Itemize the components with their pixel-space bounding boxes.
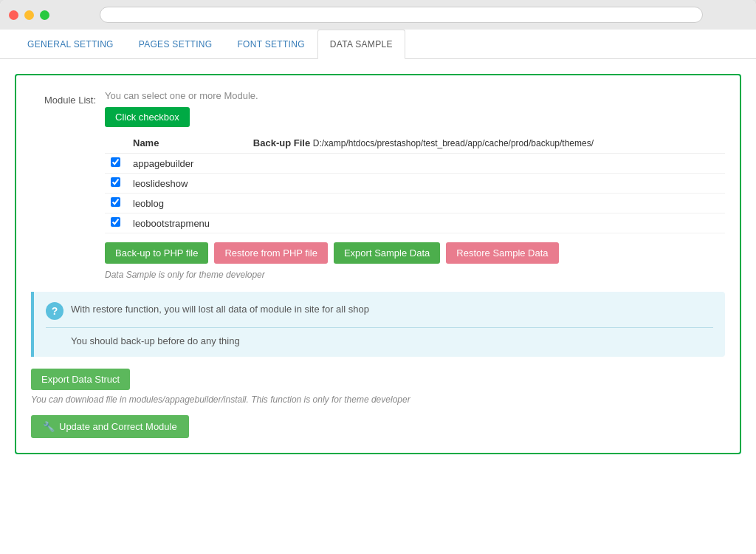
update-module-label: Update and Correct Module (59, 421, 177, 432)
tab-bar: GENERAL SETTING PAGES SETTING FONT SETTI… (0, 30, 756, 59)
table-row: appagebuilder (105, 154, 725, 174)
tab-general-setting[interactable]: GENERAL SETTING (15, 30, 126, 59)
titlebar (0, 0, 756, 30)
export-sample-button[interactable]: Export Sample Data (334, 242, 440, 264)
info-main-text: With restore function, you will lost all… (71, 302, 369, 317)
restore-sample-button[interactable]: Restore Sample Data (446, 242, 558, 264)
app-window: GENERAL SETTING PAGES SETTING FONT SETTI… (0, 0, 756, 554)
maximize-button[interactable] (40, 10, 49, 20)
table-row: leobootstrapmenu (105, 213, 725, 233)
action-buttons: Back-up to PHP file Restore from PHP fil… (105, 242, 725, 264)
content-area: GENERAL SETTING PAGES SETTING FONT SETTI… (0, 30, 756, 554)
update-correct-module-button[interactable]: 🔧 Update and Correct Module (31, 415, 189, 438)
module-list-content: You can select one or more Module. Click… (105, 90, 725, 280)
col-backup-header: Back-up File D:/xamp/htdocs/prestashop/t… (247, 133, 725, 154)
click-checkbox-button[interactable]: Click checkbox (105, 107, 190, 127)
restore-php-button[interactable]: Restore from PHP file (214, 242, 327, 264)
module-list-label: Module List: (31, 90, 105, 106)
module-table: Name Back-up File D:/xamp/htdocs/prestas… (105, 133, 725, 233)
col-name-header: Name (127, 133, 247, 154)
module-name-leobootstrapmenu: leobootstrapmenu (127, 213, 247, 233)
developer-note: Data Sample is only for theme developer (105, 270, 725, 280)
tab-pages-setting[interactable]: PAGES SETTING (126, 30, 225, 59)
checkbox-leoblog[interactable] (111, 197, 120, 207)
module-list-row: Module List: You can select one or more … (31, 90, 725, 280)
tab-font-setting[interactable]: FONT SETTING (224, 30, 317, 59)
url-bar[interactable] (100, 7, 703, 23)
export-struct-note: You can download file in modules/appageb… (31, 394, 725, 405)
module-name-leoslideshow: leoslideshow (127, 174, 247, 194)
tab-data-sample[interactable]: DATA SAMPLE (317, 30, 405, 59)
module-name-leoblog: leoblog (127, 194, 247, 213)
checkbox-leoslideshow[interactable] (111, 177, 120, 187)
export-struct-button[interactable]: Export Data Struct (31, 369, 130, 390)
checkbox-leobootstrapmenu[interactable] (111, 217, 120, 227)
module-name-appagebuilder: appagebuilder (127, 154, 247, 174)
info-box-row: ? With restore function, you will lost a… (46, 302, 713, 320)
info-sub-text: You should back-up before do any thing (46, 335, 713, 346)
select-hint: You can select one or more Module. (105, 90, 725, 101)
export-struct-section: Export Data Struct You can download file… (31, 369, 725, 438)
wrench-icon: 🔧 (43, 421, 55, 432)
backup-path: D:/xamp/htdocs/prestashop/test_bread/app… (313, 138, 594, 148)
info-divider (46, 327, 713, 328)
table-row: leoblog (105, 194, 725, 213)
info-box: ? With restore function, you will lost a… (31, 292, 725, 357)
minimize-button[interactable] (24, 10, 34, 20)
backup-php-button[interactable]: Back-up to PHP file (105, 242, 208, 264)
question-icon: ? (46, 302, 63, 320)
panel-area: Module List: You can select one or more … (0, 59, 756, 469)
close-button[interactable] (9, 10, 18, 20)
table-row: leoslideshow (105, 174, 725, 194)
green-panel: Module List: You can select one or more … (15, 74, 741, 454)
checkbox-appagebuilder[interactable] (111, 157, 120, 167)
